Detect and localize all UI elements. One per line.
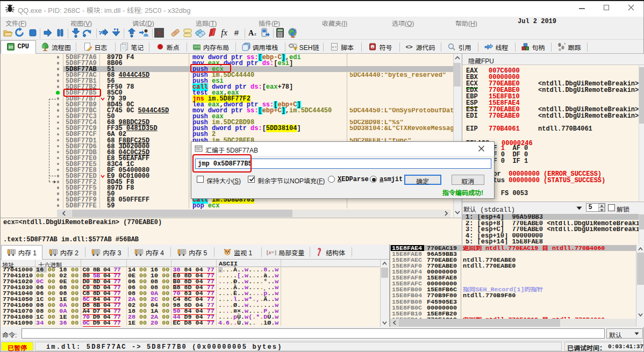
svg-text:S: S <box>157 29 161 37</box>
svg-text:?: ? <box>564 42 566 46</box>
svg-text:<›: <› <box>332 45 337 49</box>
svg-text:<>: <> <box>406 44 413 50</box>
svg-text:z: z <box>254 31 256 37</box>
svg-text:32: 32 <box>9 45 13 49</box>
svg-text:#: # <box>234 28 239 37</box>
svg-text:A: A <box>248 29 254 37</box>
svg-text:fx: fx <box>221 28 227 38</box>
